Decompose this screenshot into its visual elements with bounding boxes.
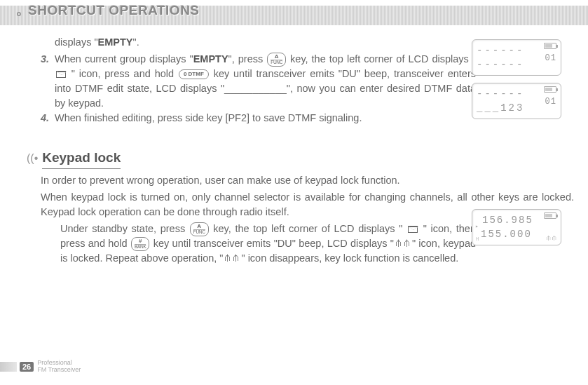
step-number: 4. bbox=[41, 111, 55, 126]
keypad-paragraph-1: In order to prevent wrong operation, use… bbox=[27, 173, 574, 188]
battery-icon bbox=[544, 212, 556, 219]
text: ", press bbox=[228, 53, 267, 65]
text: key, the top left corner of LCD displays… bbox=[210, 223, 406, 234]
text: ". bbox=[133, 36, 139, 48]
func-key-icon: AFUNC bbox=[267, 53, 286, 67]
section-heading-keypad-lock: ((• Keypad lock bbox=[27, 148, 574, 169]
text: key, the top left corner of LCD displays… bbox=[287, 53, 476, 65]
footer-line: FM Transceiver bbox=[37, 367, 81, 374]
footer-text: Professional FM Transceiver bbox=[37, 360, 81, 374]
empty-bold: EMPTY bbox=[193, 53, 228, 65]
text: Under standby state, press bbox=[60, 223, 189, 234]
lock-icon: ⫛⫛ bbox=[395, 238, 411, 250]
step-number: 3. bbox=[41, 52, 55, 111]
battery-icon bbox=[544, 86, 556, 93]
lcd-side-number: 01 bbox=[545, 53, 556, 65]
lcd-display-1: ------ ------ 01 bbox=[472, 39, 561, 76]
lock-icon: ⫛⫛ bbox=[224, 252, 240, 264]
envelope-icon bbox=[408, 226, 418, 233]
h-indicator: H bbox=[476, 236, 479, 243]
section-title: Keypad lock bbox=[42, 148, 121, 169]
text: displays " bbox=[55, 36, 98, 48]
func-key-icon: AFUNC bbox=[190, 222, 209, 236]
empty-bold: EMPTY bbox=[98, 36, 133, 48]
text: key until transceiver emits "DU" beep, L… bbox=[150, 238, 393, 249]
battery-icon bbox=[544, 43, 556, 49]
lock-indicator-icon: ⫛⫛ bbox=[546, 234, 557, 243]
lcd-display-3: ▸ 156.985 155.000 H ⫛⫛ bbox=[472, 209, 561, 245]
dtmf-key-icon: 0 DTMF bbox=[179, 69, 209, 79]
step-body: When current group displays "EMPTY", pre… bbox=[55, 52, 476, 111]
text: When current group displays " bbox=[55, 53, 193, 65]
arrow-icon: ▸ bbox=[475, 222, 479, 231]
text: " icon disappears, key lock function is … bbox=[241, 252, 458, 264]
lcd-line: 155.000 bbox=[481, 227, 556, 241]
footer-bar-icon bbox=[0, 362, 17, 372]
page-title: SHORTCUT OPERATIONS bbox=[28, 3, 200, 18]
page-footer: 26 Professional FM Transceiver bbox=[0, 360, 81, 374]
bank-key-icon: #BANK bbox=[131, 237, 150, 251]
lcd-display-2: ------ ___123 01 bbox=[472, 83, 561, 119]
envelope-icon bbox=[56, 71, 66, 78]
main-content: displays "EMPTY". 3. When current group … bbox=[27, 35, 574, 268]
page-number: 26 bbox=[20, 362, 34, 372]
radio-waves-icon: ((• bbox=[27, 150, 38, 166]
text: " icon, press and hold bbox=[67, 68, 178, 79]
lcd-side-number: 01 bbox=[545, 96, 556, 108]
header-bullet-icon bbox=[17, 12, 21, 16]
